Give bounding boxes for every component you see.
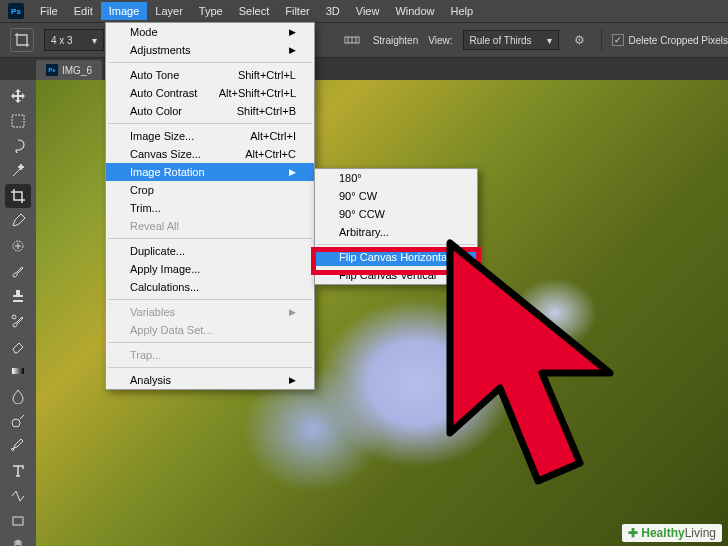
menu-item-label: Flip Canvas Vertical xyxy=(339,269,436,281)
image-menu-auto-tone[interactable]: Auto ToneShift+Ctrl+L xyxy=(106,66,314,84)
menu-type[interactable]: Type xyxy=(191,2,231,20)
pen-tool[interactable] xyxy=(5,434,31,458)
image-menu-canvas-size[interactable]: Canvas Size...Alt+Ctrl+C xyxy=(106,145,314,163)
stamp-tool[interactable] xyxy=(5,284,31,308)
menu-window[interactable]: Window xyxy=(387,2,442,20)
menu-item-label: Apply Data Set... xyxy=(130,324,213,336)
rect-tool[interactable] xyxy=(5,509,31,533)
brush-tool[interactable] xyxy=(5,259,31,283)
image-menu-adjustments[interactable]: Adjustments▶ xyxy=(106,41,314,59)
image-menu-trim[interactable]: Trim... xyxy=(106,199,314,217)
view-dropdown[interactable]: Rule of Thirds ▾ xyxy=(463,30,559,50)
delete-cropped-toggle[interactable]: ✓ Delete Cropped Pixels xyxy=(612,34,729,46)
image-menu-apply-data-set: Apply Data Set... xyxy=(106,321,314,339)
rotation-menu-180[interactable]: 180° xyxy=(315,169,477,187)
image-rotation-submenu: 180°90° CW90° CCWArbitrary...Flip Canvas… xyxy=(314,168,478,285)
aspect-ratio-field[interactable]: 4 x 3 ▾ xyxy=(44,29,104,51)
image-menu-auto-contrast[interactable]: Auto ContrastAlt+Shift+Ctrl+L xyxy=(106,84,314,102)
image-menu-duplicate[interactable]: Duplicate... xyxy=(106,242,314,260)
image-menu-image-rotation[interactable]: Image Rotation▶ xyxy=(106,163,314,181)
menu-item-label: Trim... xyxy=(130,202,161,214)
menu-item-label: Reveal All xyxy=(130,220,179,232)
delete-cropped-label: Delete Cropped Pixels xyxy=(629,35,729,46)
image-menu: Mode▶Adjustments▶Auto ToneShift+Ctrl+LAu… xyxy=(105,22,315,390)
document-tab[interactable]: Ps IMG_6 xyxy=(36,60,102,80)
menu-item-label: Image Size... xyxy=(130,130,194,142)
type-tool[interactable] xyxy=(5,459,31,483)
menu-layer[interactable]: Layer xyxy=(147,2,191,20)
crop-tool-indicator[interactable] xyxy=(10,28,34,52)
image-menu-crop[interactable]: Crop xyxy=(106,181,314,199)
heal-tool[interactable] xyxy=(5,234,31,258)
gradient-tool[interactable] xyxy=(5,359,31,383)
menu-item-label: Trap... xyxy=(130,349,161,361)
menu-view[interactable]: View xyxy=(348,2,388,20)
menu-item-label: Duplicate... xyxy=(130,245,185,257)
menu-item-label: Mode xyxy=(130,26,158,38)
menu-item-label: 90° CW xyxy=(339,190,377,202)
image-menu-apply-image[interactable]: Apply Image... xyxy=(106,260,314,278)
menu-separator xyxy=(108,123,312,124)
menu-separator xyxy=(108,62,312,63)
hand-tool[interactable] xyxy=(5,534,31,546)
plus-icon: ✚ xyxy=(628,526,638,540)
path-tool[interactable] xyxy=(5,484,31,508)
move-tool[interactable] xyxy=(5,84,31,108)
dodge-tool[interactable] xyxy=(5,409,31,433)
watermark: ✚ HealthyLiving xyxy=(622,524,722,542)
image-menu-mode[interactable]: Mode▶ xyxy=(106,23,314,41)
image-menu-trap: Trap... xyxy=(106,346,314,364)
svg-rect-4 xyxy=(12,115,24,127)
separator xyxy=(601,28,602,52)
menu-item-label: 90° CCW xyxy=(339,208,385,220)
submenu-arrow-icon: ▶ xyxy=(289,375,296,385)
image-menu-auto-color[interactable]: Auto ColorShift+Ctrl+B xyxy=(106,102,314,120)
menu-help[interactable]: Help xyxy=(443,2,482,20)
image-menu-analysis[interactable]: Analysis▶ xyxy=(106,371,314,389)
document-tab-label: IMG_6 xyxy=(62,65,92,76)
marquee-tool[interactable] xyxy=(5,109,31,133)
crop-tool[interactable] xyxy=(5,184,31,208)
menu-item-label: Calculations... xyxy=(130,281,199,293)
rotation-menu-flip-canvas-horizontal[interactable]: Flip Canvas Horizontal xyxy=(315,248,477,266)
image-menu-calculations[interactable]: Calculations... xyxy=(106,278,314,296)
rotation-menu-90-cw[interactable]: 90° CW xyxy=(315,187,477,205)
menu-item-label: Variables xyxy=(130,306,175,318)
menu-filter[interactable]: Filter xyxy=(277,2,317,20)
menu-image[interactable]: Image xyxy=(101,2,148,20)
rotation-menu-arbitrary[interactable]: Arbitrary... xyxy=(315,223,477,241)
app-logo: Ps xyxy=(8,3,24,19)
menu-select[interactable]: Select xyxy=(231,2,278,20)
straighten-icon[interactable] xyxy=(341,29,363,51)
chevron-down-icon: ▾ xyxy=(92,35,97,46)
settings-icon[interactable]: ⚙ xyxy=(569,29,591,51)
menu-item-label: Auto Color xyxy=(130,105,182,117)
svg-rect-9 xyxy=(13,517,23,525)
svg-rect-7 xyxy=(12,368,24,374)
image-menu-image-size[interactable]: Image Size...Alt+Ctrl+I xyxy=(106,127,314,145)
menu-item-label: Arbitrary... xyxy=(339,226,389,238)
menu-item-label: 180° xyxy=(339,172,362,184)
ps-doc-icon: Ps xyxy=(46,64,58,76)
wand-tool[interactable] xyxy=(5,159,31,183)
eyedropper-tool[interactable] xyxy=(5,209,31,233)
menu-item-label: Auto Tone xyxy=(130,69,179,81)
menu-item-label: Crop xyxy=(130,184,154,196)
eraser-tool[interactable] xyxy=(5,334,31,358)
menu-3d[interactable]: 3D xyxy=(318,2,348,20)
menu-file[interactable]: File xyxy=(32,2,66,20)
menu-separator xyxy=(108,299,312,300)
lasso-tool[interactable] xyxy=(5,134,31,158)
blur-tool[interactable] xyxy=(5,384,31,408)
menu-edit[interactable]: Edit xyxy=(66,2,101,20)
rotation-menu-flip-canvas-vertical[interactable]: Flip Canvas Vertical xyxy=(315,266,477,284)
tools-panel xyxy=(0,80,36,546)
history-tool[interactable] xyxy=(5,309,31,333)
menu-item-label: Image Rotation xyxy=(130,166,205,178)
svg-point-8 xyxy=(12,419,20,427)
menu-separator xyxy=(108,238,312,239)
view-label: View: xyxy=(428,35,452,46)
menu-item-label: Apply Image... xyxy=(130,263,200,275)
rotation-menu-90-ccw[interactable]: 90° CCW xyxy=(315,205,477,223)
menu-item-label: Flip Canvas Horizontal xyxy=(339,251,450,263)
